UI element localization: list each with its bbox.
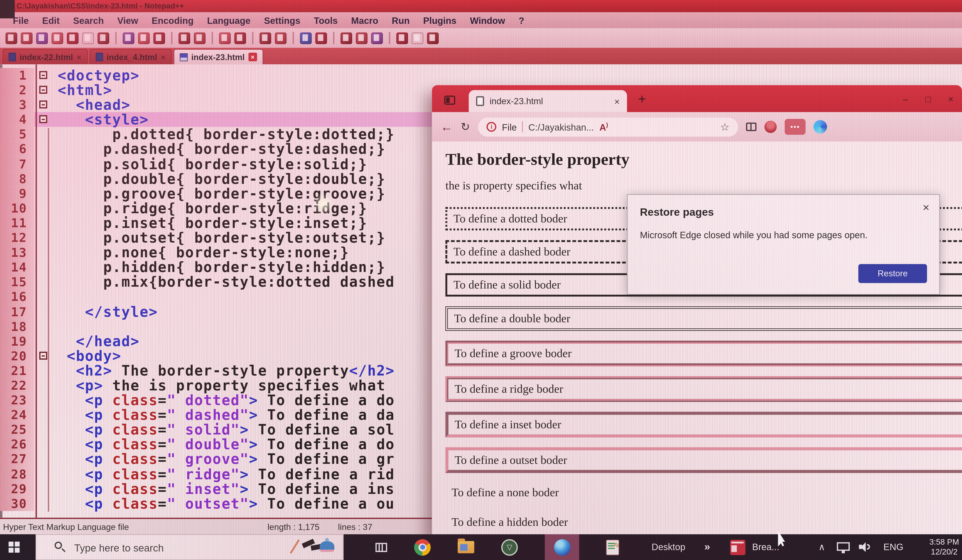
- play-macro-icon[interactable]: [371, 32, 383, 44]
- tab-close-icon[interactable]: ×: [248, 53, 257, 61]
- menu-tools[interactable]: Tools: [307, 15, 345, 25]
- favorite-star-icon[interactable]: ☆: [720, 121, 730, 134]
- dialog-close-icon[interactable]: ×: [923, 201, 930, 215]
- copilot-icon[interactable]: [814, 120, 827, 134]
- minimize-button[interactable]: –: [903, 93, 908, 104]
- fold-column: [34, 467, 58, 481]
- tab-close-icon[interactable]: ×: [161, 52, 165, 61]
- undo-icon[interactable]: [179, 32, 190, 44]
- maximize-button[interactable]: □: [925, 93, 931, 104]
- tab-close-icon[interactable]: ×: [614, 96, 620, 106]
- menu-search[interactable]: Search: [66, 15, 110, 25]
- cut-icon[interactable]: [123, 32, 134, 44]
- notepad-plus-plus-icon[interactable]: [606, 539, 619, 555]
- task-view-icon[interactable]: [376, 542, 387, 552]
- stop-macro-icon[interactable]: [356, 32, 368, 44]
- fold-column[interactable]: [34, 83, 58, 98]
- redo-icon[interactable]: [194, 32, 206, 44]
- volume-icon[interactable]: [859, 542, 870, 552]
- chrome-icon[interactable]: [414, 539, 431, 555]
- menu-view[interactable]: View: [110, 15, 145, 25]
- replace-icon[interactable]: [234, 32, 246, 44]
- media-player-icon[interactable]: ▽: [501, 539, 518, 555]
- save-all-icon[interactable]: [52, 32, 63, 44]
- open-file-icon[interactable]: [21, 32, 32, 44]
- start-button[interactable]: [8, 542, 19, 553]
- edge-taskbar-button[interactable]: [545, 534, 579, 560]
- fold-column[interactable]: [34, 348, 58, 363]
- fold-column: [34, 201, 58, 216]
- word-wrap-icon[interactable]: [315, 32, 327, 44]
- new-file-icon[interactable]: [5, 32, 17, 44]
- menu-macro[interactable]: Macro: [344, 15, 385, 25]
- function-list-icon[interactable]: [412, 32, 423, 44]
- fold-column[interactable]: [34, 98, 58, 112]
- info-icon[interactable]: i: [486, 122, 496, 132]
- menu-settings[interactable]: Settings: [257, 15, 307, 25]
- split-screen-icon[interactable]: [746, 122, 756, 131]
- tab-label: index-22.html: [19, 52, 73, 61]
- restore-button[interactable]: Restore: [859, 264, 927, 283]
- breadcrumb-app-label[interactable]: Brea...: [752, 534, 780, 560]
- line-number: 8: [0, 171, 34, 186]
- menu-window[interactable]: Window: [463, 15, 512, 25]
- doc-type-label: Hyper Text Markup Language file: [3, 522, 129, 532]
- print-icon[interactable]: [98, 32, 109, 44]
- toolbar-separator: [115, 32, 116, 44]
- close-all-icon[interactable]: [82, 32, 94, 44]
- zoom-out-icon[interactable]: [275, 32, 287, 44]
- menu-plugins[interactable]: Plugins: [416, 15, 463, 25]
- copy-icon[interactable]: [138, 32, 150, 44]
- fold-column: [34, 437, 58, 452]
- desktop-toolbar-label[interactable]: Desktop: [651, 534, 685, 560]
- menu-encoding[interactable]: Encoding: [145, 15, 200, 25]
- save-icon[interactable]: [36, 32, 48, 44]
- refresh-icon[interactable]: ↻: [461, 120, 470, 134]
- record-macro-icon[interactable]: [341, 32, 352, 44]
- address-text[interactable]: C:/Jayakishan...: [528, 122, 594, 132]
- file-explorer-icon[interactable]: [458, 541, 474, 553]
- close-button[interactable]: ×: [948, 93, 953, 104]
- tab-index-22.html[interactable]: index-22.html×: [3, 49, 87, 64]
- breadcrumb-app-icon[interactable]: [730, 540, 746, 555]
- fold-column[interactable]: [34, 112, 58, 127]
- fold-column: [34, 408, 58, 422]
- menu-run[interactable]: Run: [385, 15, 416, 25]
- new-tab-button[interactable]: +: [638, 91, 646, 107]
- line-number: 29: [0, 481, 34, 496]
- read-aloud-icon[interactable]: A): [599, 121, 608, 132]
- fold-column[interactable]: [34, 68, 58, 83]
- tab-index_4.html[interactable]: index_4.html×: [89, 49, 171, 64]
- close-icon[interactable]: [67, 32, 79, 44]
- settings-menu-icon[interactable]: •••: [784, 119, 805, 135]
- tab-close-icon[interactable]: ×: [77, 52, 81, 61]
- menu-edit[interactable]: Edit: [36, 15, 66, 25]
- monitor-icon[interactable]: [427, 32, 439, 44]
- language-indicator[interactable]: ENG: [883, 534, 904, 560]
- fold-column: [34, 422, 58, 437]
- fold-column: [34, 230, 58, 245]
- clock[interactable]: 3:58 PM 12/20/2: [918, 537, 962, 557]
- tab-index-23.html[interactable]: index-23.html×: [173, 49, 263, 64]
- lines-label: lines : 37: [338, 522, 372, 532]
- menu-help[interactable]: ?: [512, 15, 531, 25]
- back-icon[interactable]: ←: [441, 120, 453, 134]
- border-box-double: To define a double boder: [445, 306, 962, 331]
- hidden-icons-chevron[interactable]: ∧: [818, 534, 825, 560]
- search-box[interactable]: Type here to search: [36, 534, 344, 560]
- edge-active-tab[interactable]: index-23.html ×: [469, 90, 627, 112]
- tab-layout-icon[interactable]: [444, 95, 455, 105]
- zoom-in-icon[interactable]: [260, 32, 271, 44]
- toolbar-chevron[interactable]: »: [704, 534, 710, 560]
- menu-language[interactable]: Language: [200, 15, 257, 25]
- seasonal-doodle[interactable]: [292, 537, 337, 558]
- file-scheme-label: File: [502, 122, 517, 132]
- document-map-icon[interactable]: [396, 32, 408, 44]
- network-icon[interactable]: [837, 542, 850, 551]
- fold-marker-icon: [39, 352, 47, 360]
- profile-avatar[interactable]: [765, 121, 776, 133]
- address-bar[interactable]: i File C:/Jayakishan... A) ☆: [478, 117, 738, 136]
- find-icon[interactable]: [219, 32, 231, 44]
- paste-icon[interactable]: [153, 32, 165, 44]
- show-all-characters-icon[interactable]: [300, 32, 312, 44]
